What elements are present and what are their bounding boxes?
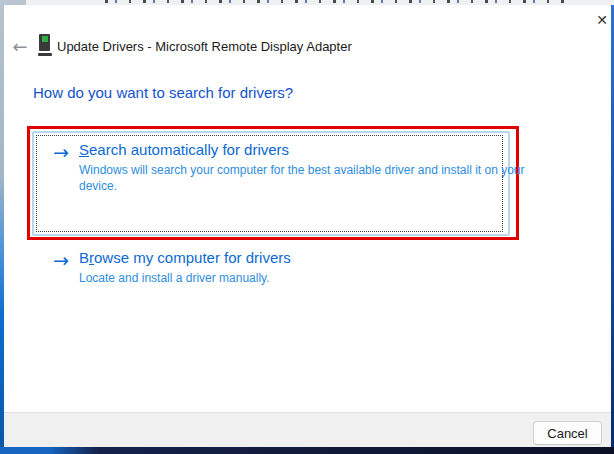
display-adapter-icon-screen — [42, 36, 48, 42]
background-text-fragments — [105, 0, 565, 3]
option-browse-computer[interactable]: → Browse my computer for drivers Locate … — [53, 250, 503, 292]
option-search-title: Search automatically for drivers — [79, 141, 289, 158]
cancel-button[interactable]: Cancel — [533, 421, 602, 445]
update-drivers-dialog: ✕ ← Update Drivers - Microsoft Remote Di… — [4, 5, 611, 447]
display-adapter-icon — [38, 34, 52, 56]
page-heading: How do you want to search for drivers? — [33, 84, 293, 101]
dialog-title: Update Drivers - Microsoft Remote Displa… — [57, 39, 352, 54]
option-title-accelerator: S — [79, 141, 89, 158]
close-icon: ✕ — [596, 12, 608, 28]
screenshot-root: ✕ ← Update Drivers - Microsoft Remote Di… — [0, 0, 614, 454]
arrow-icon: → — [53, 142, 69, 162]
option-title-text: earch automatically for drivers — [89, 141, 289, 158]
option-browse-description: Locate and install a driver manually. — [79, 271, 531, 287]
arrow-icon: → — [53, 250, 69, 270]
option-search-description: Windows will search your computer for th… — [79, 163, 531, 194]
back-button[interactable]: ← — [6, 35, 34, 59]
back-arrow-icon: ← — [12, 36, 27, 57]
close-button[interactable]: ✕ — [589, 7, 614, 33]
background-window-bottom-edge — [0, 447, 614, 454]
footer-bar: Cancel — [4, 412, 611, 447]
option-browse-title: Browse my computer for drivers — [79, 249, 291, 266]
option-title-text: B — [79, 249, 89, 266]
display-adapter-icon-base — [38, 53, 52, 56]
option-search-automatically[interactable]: → Search automatically for drivers Windo… — [53, 142, 503, 200]
option-title-text: owse my computer for drivers — [94, 249, 291, 266]
